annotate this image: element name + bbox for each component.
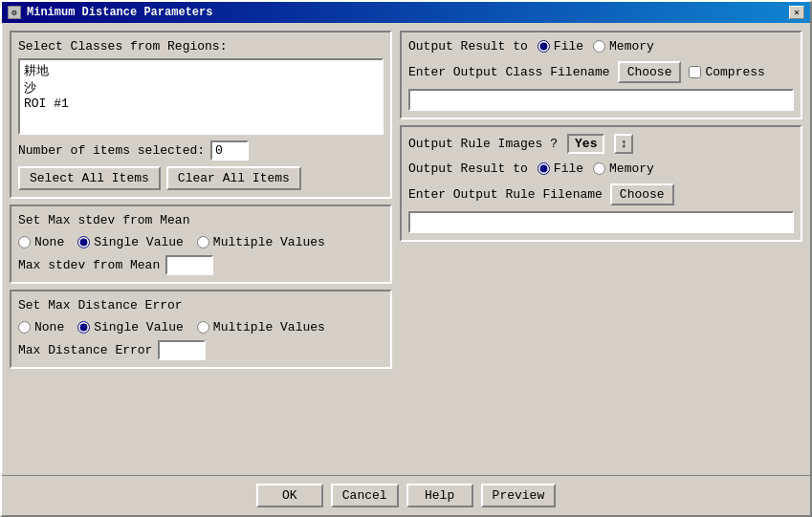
dist-value-input[interactable]	[158, 340, 206, 360]
main-window: ⚙ Minimum Distance Parameters ✕ Select C…	[0, 0, 812, 517]
sort-button[interactable]: ↕	[614, 134, 633, 154]
list-item[interactable]: 沙	[24, 79, 378, 97]
dist-multiple-radio[interactable]	[197, 321, 209, 334]
preview-button[interactable]: Preview	[481, 484, 557, 507]
output-file-option[interactable]: File	[538, 39, 583, 54]
rule-output-row: Output Result to File Memory	[408, 162, 794, 176]
stdev-none-option[interactable]: None	[18, 235, 64, 249]
output-result-row: Output Result to File Memory	[408, 39, 794, 54]
list-item[interactable]: 耕地	[24, 62, 378, 79]
stdev-single-radio[interactable]	[77, 236, 90, 248]
stdev-single-option[interactable]: Single Value	[77, 235, 184, 249]
classes-section: Select Classes from Regions: 耕地 沙 ROI #1…	[10, 31, 392, 199]
window-icon: ⚙	[8, 6, 21, 19]
class-choose-button[interactable]: Choose	[618, 61, 682, 83]
title-bar: ⚙ Minimum Distance Parameters ✕	[2, 2, 810, 23]
left-panel: Select Classes from Regions: 耕地 沙 ROI #1…	[10, 31, 392, 467]
window-title: Minimum Distance Parameters	[27, 6, 212, 19]
output-class-section: Output Result to File Memory Enter Outpu…	[400, 31, 802, 119]
class-filename-input[interactable]	[408, 89, 794, 111]
stdev-multiple-radio[interactable]	[197, 236, 209, 248]
window-content: Select Classes from Regions: 耕地 沙 ROI #1…	[2, 23, 810, 475]
rule-filename-input[interactable]	[408, 211, 794, 233]
class-filename-row: Enter Output Class Filename Choose Compr…	[408, 61, 794, 83]
list-item[interactable]: ROI #1	[24, 97, 378, 111]
rule-images-row: Output Rule Images ? Yes ↕	[408, 134, 794, 154]
help-button[interactable]: Help	[406, 484, 473, 507]
right-panel: Output Result to File Memory Enter Outpu…	[400, 31, 802, 467]
rule-output-label: Output Result to	[408, 162, 528, 176]
items-selected-input[interactable]	[210, 140, 249, 161]
title-bar-left: ⚙ Minimum Distance Parameters	[8, 6, 212, 19]
stdev-none-label: None	[34, 235, 64, 249]
yes-button[interactable]: Yes	[567, 134, 604, 154]
rule-file-label: File	[554, 162, 583, 176]
output-memory-option[interactable]: Memory	[593, 39, 654, 54]
stdev-value-input[interactable]	[165, 255, 213, 275]
dist-multiple-label: Multiple Values	[213, 320, 325, 334]
rule-memory-label: Memory	[609, 162, 654, 176]
dist-none-label: None	[34, 320, 64, 334]
stdev-multiple-option[interactable]: Multiple Values	[197, 235, 325, 249]
output-memory-radio[interactable]	[593, 40, 605, 53]
rule-file-radio[interactable]	[538, 162, 550, 175]
rule-file-option[interactable]: File	[538, 162, 583, 176]
rule-images-label: Output Rule Images ?	[408, 137, 558, 151]
stdev-multiple-label: Multiple Values	[213, 235, 325, 249]
classes-label: Select Classes from Regions:	[18, 39, 384, 54]
clear-all-button[interactable]: Clear All Items	[166, 166, 301, 190]
dist-input-label: Max Distance Error	[18, 343, 152, 357]
classes-listbox[interactable]: 耕地 沙 ROI #1	[18, 58, 384, 135]
stdev-input-row: Max stdev from Mean	[18, 255, 384, 275]
dist-none-option[interactable]: None	[18, 320, 64, 334]
rule-memory-option[interactable]: Memory	[593, 162, 654, 176]
output-rule-section: Output Rule Images ? Yes ↕ Output Result…	[400, 125, 802, 242]
compress-label: Compress	[705, 65, 764, 79]
items-selected-row: Number of items selected:	[18, 140, 384, 161]
output-memory-label: Memory	[609, 39, 654, 54]
stdev-single-label: Single Value	[94, 235, 184, 249]
dist-input-row: Max Distance Error	[18, 340, 384, 360]
close-button[interactable]: ✕	[789, 6, 804, 19]
distance-title: Set Max Distance Error	[18, 298, 384, 312]
stdev-title: Set Max stdev from Mean	[18, 213, 384, 227]
dist-single-radio[interactable]	[77, 321, 90, 334]
rule-filename-label: Enter Output Rule Filename	[408, 187, 603, 202]
output-file-label: File	[554, 39, 583, 54]
ok-button[interactable]: OK	[256, 484, 323, 507]
distance-section: Set Max Distance Error None Single Value…	[10, 290, 392, 369]
dist-none-radio[interactable]	[18, 321, 31, 334]
compress-option[interactable]: Compress	[689, 65, 764, 79]
dist-single-option[interactable]: Single Value	[77, 320, 184, 334]
dist-radio-group: None Single Value Multiple Values	[18, 320, 384, 334]
output-result-label: Output Result to	[408, 39, 528, 54]
rule-filename-row: Enter Output Rule Filename Choose	[408, 183, 794, 205]
stdev-input-label: Max stdev from Mean	[18, 258, 160, 272]
stdev-none-radio[interactable]	[18, 236, 31, 248]
class-filename-label: Enter Output Class Filename	[408, 65, 610, 79]
output-file-radio[interactable]	[538, 40, 550, 53]
bottom-bar: OK Cancel Help Preview	[2, 475, 810, 515]
compress-checkbox[interactable]	[689, 66, 701, 78]
stdev-radio-group: None Single Value Multiple Values	[18, 235, 384, 249]
rule-memory-radio[interactable]	[593, 162, 605, 175]
dist-single-label: Single Value	[94, 320, 184, 334]
stdev-section: Set Max stdev from Mean None Single Valu…	[10, 205, 392, 284]
select-all-button[interactable]: Select All Items	[18, 166, 161, 190]
class-button-row: Select All Items Clear All Items	[18, 166, 384, 190]
rule-choose-button[interactable]: Choose	[610, 183, 674, 205]
cancel-button[interactable]: Cancel	[331, 484, 399, 507]
items-selected-label: Number of items selected:	[18, 143, 205, 158]
dist-multiple-option[interactable]: Multiple Values	[197, 320, 325, 334]
